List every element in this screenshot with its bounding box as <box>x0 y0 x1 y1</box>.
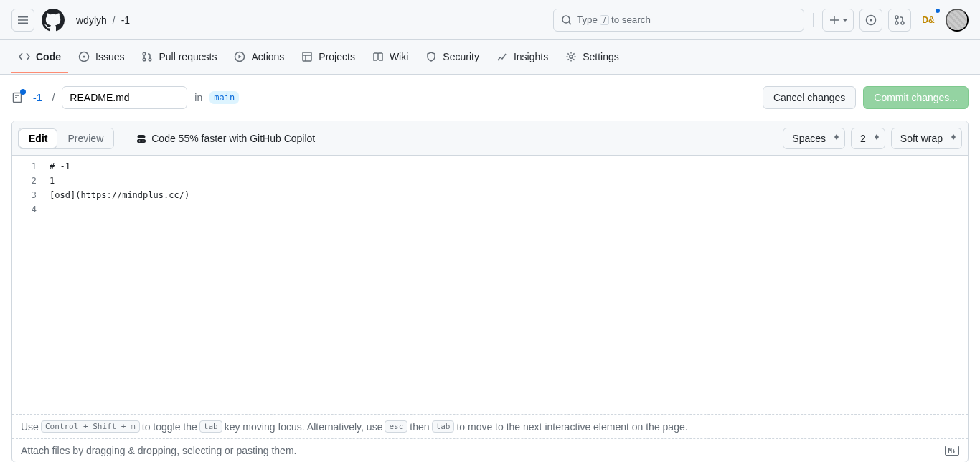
owner-link[interactable]: wdylyh <box>72 11 111 29</box>
issue-opened-icon <box>865 14 877 26</box>
tab-label: Security <box>443 51 479 62</box>
svg-point-3 <box>895 16 898 19</box>
line-number: 4 <box>12 202 37 217</box>
line-number: 1 <box>12 159 37 174</box>
tab-wiki[interactable]: Wiki <box>365 42 415 73</box>
code-line: [osd](https://mindplus.cc/) <box>50 188 968 202</box>
plus-icon <box>829 14 840 26</box>
shield-icon <box>425 51 437 62</box>
tab-actions[interactable]: Actions <box>227 42 291 73</box>
kbd-key: tab <box>432 420 455 433</box>
edit-preview-toggle: Edit Preview <box>18 128 114 149</box>
preview-tab[interactable]: Preview <box>57 128 113 148</box>
line-number: 3 <box>12 188 37 202</box>
tab-label: Actions <box>251 51 284 62</box>
global-header: wdylyh / -1 Type / to search D& <box>0 0 980 40</box>
tab-issues[interactable]: Issues <box>71 42 131 73</box>
github-mark-icon <box>42 9 65 32</box>
triangle-down-icon <box>842 17 848 23</box>
path-separator: / <box>52 92 55 103</box>
notification-dot-icon <box>934 7 941 14</box>
tab-insights[interactable]: Insights <box>489 42 555 73</box>
table-icon <box>301 51 313 62</box>
tab-label: Pull requests <box>159 51 217 62</box>
filename-input[interactable] <box>62 86 187 109</box>
hint-text: then <box>410 421 429 433</box>
svg-point-9 <box>143 58 146 61</box>
git-pull-request-icon <box>141 51 153 62</box>
hint-text: key moving focus. Alternatively, use <box>225 421 383 433</box>
tab-label: Wiki <box>390 51 408 62</box>
indent-size-select[interactable]: 2 <box>851 128 885 149</box>
svg-point-10 <box>149 58 152 61</box>
code-editor[interactable]: 1 2 3 4 # -1 1 [osd](https://mindplus.cc… <box>12 156 968 414</box>
copilot-icon <box>136 133 147 144</box>
kbd-shortcut: Control + Shift + m <box>41 420 140 433</box>
repo-link[interactable]: -1 <box>117 11 134 29</box>
search-input[interactable]: Type / to search <box>553 9 804 32</box>
cancel-changes-button[interactable]: Cancel changes <box>763 86 856 109</box>
graph-icon <box>496 51 508 62</box>
wrap-mode-select[interactable]: Soft wrap <box>891 128 962 149</box>
git-pull-request-icon <box>894 14 905 26</box>
search-shortcut-key: / <box>600 15 609 25</box>
copilot-banner[interactable]: Code 55% faster with GitHub Copilot <box>136 133 315 144</box>
file-diff-icon <box>11 92 23 103</box>
tab-pull-requests[interactable]: Pull requests <box>134 42 224 73</box>
branch-chip[interactable]: main <box>209 91 239 104</box>
svg-rect-12 <box>303 52 311 61</box>
kbd-key: esc <box>385 420 407 433</box>
code-line: 1 <box>50 174 968 188</box>
menu-button[interactable] <box>11 9 34 32</box>
header-divider <box>813 13 814 27</box>
svg-point-0 <box>562 16 570 23</box>
change-indicator-dot <box>20 89 26 95</box>
issues-button[interactable] <box>859 9 882 32</box>
avatar-image <box>947 10 967 30</box>
kbd-key: tab <box>199 420 222 433</box>
svg-point-4 <box>895 22 898 24</box>
edit-tab[interactable]: Edit <box>19 128 57 148</box>
create-new-button[interactable] <box>822 9 854 32</box>
code-icon <box>19 51 30 62</box>
header-actions: Type / to search D& <box>553 9 969 32</box>
repo-root-link[interactable]: -1 <box>30 92 44 103</box>
in-label: in <box>194 92 202 103</box>
github-logo[interactable] <box>42 9 65 32</box>
attach-hint: Attach files by dragging & dropping, sel… <box>21 445 296 456</box>
hint-text: to toggle the <box>142 421 197 433</box>
pull-requests-button[interactable] <box>888 9 911 32</box>
repo-nav: Code Issues Pull requests Actions Projec… <box>0 40 980 75</box>
issues-icon <box>78 51 90 62</box>
tab-code[interactable]: Code <box>11 42 68 73</box>
code-line <box>50 202 968 217</box>
tab-label: Settings <box>583 51 619 62</box>
user-avatar[interactable] <box>946 9 969 32</box>
file-toolbar: -1 / in main Cancel changes Commit chang… <box>0 75 980 121</box>
svg-point-8 <box>143 52 146 55</box>
code-line: # -1 <box>50 159 968 174</box>
line-number: 2 <box>12 174 37 188</box>
search-icon <box>561 14 573 26</box>
svg-point-5 <box>901 22 904 24</box>
keyboard-hint: Use Control + Shift + m to toggle the ta… <box>12 414 968 438</box>
markdown-icon[interactable]: M↓ <box>945 446 959 456</box>
svg-point-2 <box>870 19 872 21</box>
play-icon <box>234 51 245 62</box>
svg-point-13 <box>570 55 573 57</box>
code-content[interactable]: # -1 1 [osd](https://mindplus.cc/) <box>50 156 968 414</box>
breadcrumb: wdylyh / -1 <box>72 11 134 29</box>
hamburger-icon <box>17 14 29 26</box>
book-icon <box>372 51 384 62</box>
tab-label: Insights <box>514 51 548 62</box>
tab-security[interactable]: Security <box>418 42 486 73</box>
tab-settings[interactable]: Settings <box>558 42 626 73</box>
tab-label: Code <box>36 51 61 62</box>
notifications-button[interactable]: D& <box>917 9 940 32</box>
indent-mode-select[interactable]: Spaces <box>783 128 845 149</box>
tab-projects[interactable]: Projects <box>294 42 362 73</box>
search-placeholder-prefix: Type <box>577 14 598 25</box>
attach-footer[interactable]: Attach files by dragging & dropping, sel… <box>12 438 968 462</box>
editor-settings: Spaces 2 Soft wrap <box>783 128 962 149</box>
commit-changes-button[interactable]: Commit changes... <box>863 86 969 109</box>
